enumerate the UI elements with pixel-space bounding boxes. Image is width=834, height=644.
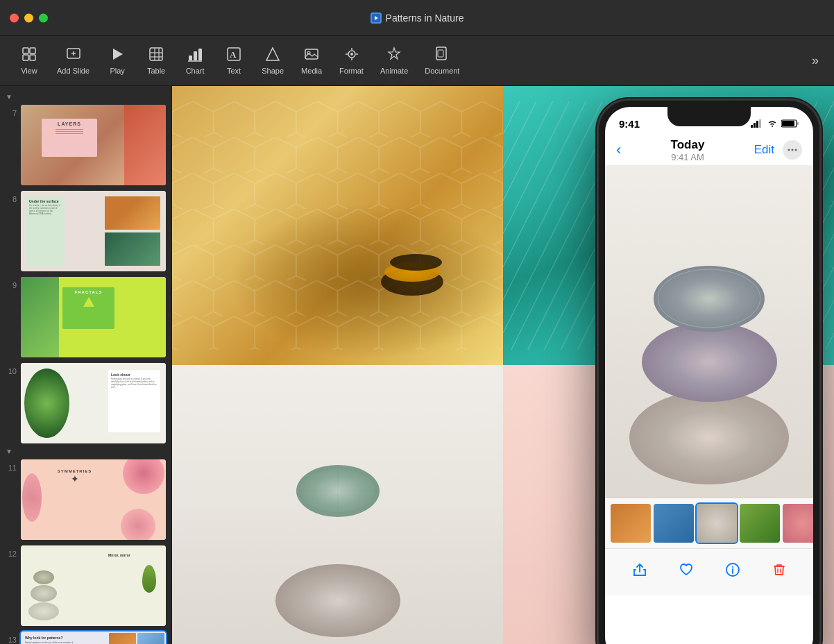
iphone-overlay: 9:41 [598, 100, 834, 644]
battery-icon [781, 119, 799, 128]
toolbar-animate[interactable]: Animate [373, 42, 415, 79]
slide-item-12[interactable]: 12 Mirror, mirror [0, 543, 171, 629]
toolbar-media[interactable]: Media [293, 42, 330, 79]
slide-thumb-9: FRACTALS [21, 277, 166, 357]
svg-rect-50 [751, 125, 753, 128]
slide-item-10[interactable]: 10 Look closer Romanesco broccoli is a f… [0, 360, 171, 446]
minimize-button[interactable] [24, 13, 33, 22]
collapse-arrow-11: ▼ [6, 448, 12, 455]
chart-icon [187, 46, 203, 64]
svg-rect-55 [782, 121, 794, 126]
document-label: Document [425, 67, 459, 75]
add-slide-label: Add Slide [57, 67, 90, 75]
iphone-nav-actions: Edit [754, 140, 802, 160]
animate-icon [386, 46, 402, 64]
svg-point-60 [658, 269, 760, 328]
slide-thumb-10: Look closer Romanesco broccoli is a frac… [21, 363, 166, 443]
iphone-screen: 9:41 [605, 107, 813, 644]
slide-11-circle1 [123, 459, 164, 494]
toolbar-format[interactable]: Format [332, 42, 371, 79]
iphone-bottom-toolbar [605, 548, 813, 595]
toolbar-view[interactable]: View [11, 42, 47, 79]
toolbar-text[interactable]: A Text [216, 42, 252, 79]
collapse-arrow-7: ▼ [6, 93, 12, 101]
maximize-button[interactable] [39, 13, 48, 22]
play-icon [110, 46, 125, 64]
slide-item-8[interactable]: 8 Under the surface Go to links — be as … [0, 188, 171, 274]
svg-text:A: A [230, 49, 237, 60]
format-label: Format [339, 67, 364, 75]
iphone-back-button[interactable]: ‹ [616, 141, 621, 159]
iphone-nav-subtitle: 9:41 AM [671, 152, 705, 162]
iphone-nav-title: Today 9:41 AM [671, 138, 705, 162]
toolbar-shape[interactable]: Shape [255, 42, 291, 79]
media-icon [304, 46, 319, 64]
collapse-7[interactable]: ▼ [0, 92, 171, 102]
animate-label: Animate [380, 67, 408, 75]
svg-point-58 [792, 149, 794, 151]
iphone-heart-button[interactable] [671, 554, 701, 585]
iphone-thumb-4[interactable] [740, 504, 780, 543]
iphone-thumb-5[interactable] [783, 504, 813, 543]
urchin-top [296, 465, 380, 517]
svg-rect-56 [797, 122, 799, 125]
iphone-nav-date: Today [671, 138, 705, 152]
svg-rect-10 [150, 48, 162, 60]
toolbar-more-button[interactable]: » [808, 49, 823, 72]
slide-13-text: Why look for patterns? Nature's patterns… [25, 636, 74, 644]
slide-9-card: FRACTALS [62, 287, 114, 329]
iphone-thumb-2[interactable] [654, 504, 694, 543]
svg-rect-5 [30, 55, 35, 60]
slide-item-7[interactable]: 7 LAYERS [0, 102, 171, 188]
main-layout: ▼ 7 LAYERS 8 [0, 86, 834, 644]
toolbar-play[interactable]: Play [99, 42, 135, 79]
toolbar-table[interactable]: Table [138, 42, 174, 79]
iphone-time: 9:41 [619, 118, 640, 130]
svg-point-57 [788, 149, 790, 151]
slide-thumb-12: Mirror, mirror [21, 545, 166, 626]
iphone-trash-button[interactable] [764, 554, 794, 585]
slide-item-13[interactable]: 13 Why look for patterns? Nature's patte… [0, 629, 171, 644]
slide-item-9[interactable]: 9 FRACTALS [0, 274, 171, 360]
document-icon [434, 46, 450, 64]
iphone-info-button[interactable] [717, 554, 748, 585]
slide-11-card: SYMMETRIES ✦ [45, 466, 104, 511]
signal-icon [751, 119, 763, 128]
iphone-share-button[interactable] [624, 554, 655, 585]
slide-number-7: 7 [6, 109, 17, 117]
svg-rect-53 [759, 119, 761, 128]
toolbar-chart[interactable]: Chart [177, 42, 213, 79]
slide-thumb-wrap-11: SYMMETRIES ✦ [21, 459, 166, 540]
slide-12-leaf [142, 565, 156, 593]
svg-marker-21 [266, 48, 279, 60]
slide-item-11[interactable]: 11 SYMMETRIES ✦ [0, 457, 171, 543]
toolbar-document[interactable]: Document [418, 42, 466, 79]
iphone-thumb-3[interactable] [697, 504, 737, 543]
slide-thumb-13: Why look for patterns? Nature's patterns… [21, 632, 166, 644]
svg-rect-16 [194, 51, 197, 60]
table-label: Table [147, 67, 165, 75]
table-icon [148, 46, 164, 64]
iphone-more-button[interactable] [783, 140, 802, 160]
toolbar-add-slide[interactable]: Add Slide [50, 42, 96, 79]
slide-number-10: 10 [6, 367, 17, 375]
svg-point-59 [795, 149, 797, 151]
slide-11-circle2 [121, 509, 155, 540]
iphone-thumb-1[interactable] [611, 504, 651, 543]
svg-rect-2 [23, 48, 28, 53]
keynote-icon [371, 12, 382, 24]
slide-number-11: 11 [6, 464, 17, 472]
iphone-edit-button[interactable]: Edit [754, 143, 774, 157]
slide-9-image [21, 277, 59, 357]
slide-thumb-7: LAYERS [21, 105, 166, 185]
slide-13-grid [109, 633, 164, 644]
slide-8-right [105, 196, 160, 266]
close-button[interactable] [10, 13, 19, 22]
text-label: Text [227, 67, 241, 75]
slide-7-lines [56, 128, 83, 135]
svg-rect-22 [305, 49, 318, 59]
collapse-11[interactable]: ▼ [0, 446, 171, 457]
slide-number-9: 9 [6, 281, 17, 289]
svg-rect-3 [30, 48, 35, 53]
media-label: Media [301, 67, 322, 75]
